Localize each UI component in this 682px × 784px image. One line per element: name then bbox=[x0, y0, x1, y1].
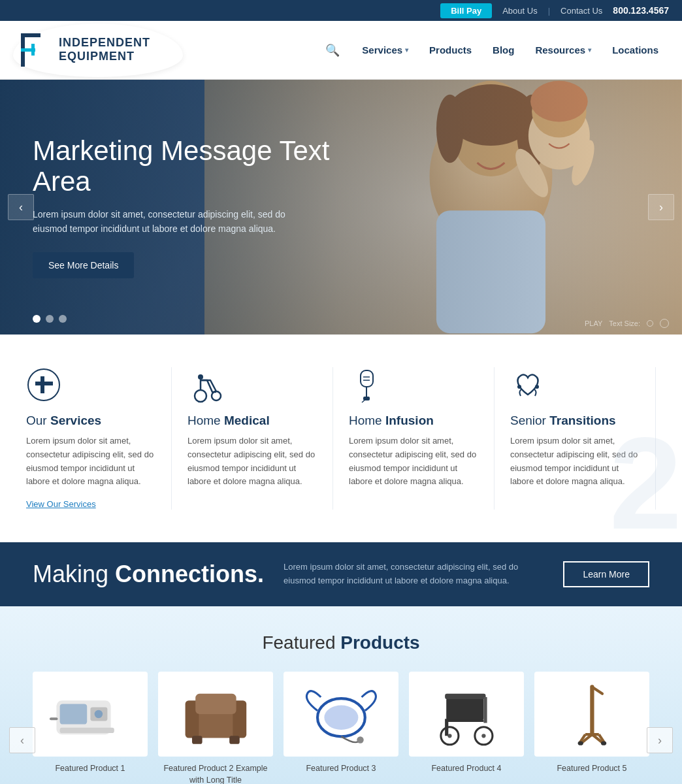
svg-rect-22 bbox=[361, 370, 373, 387]
service-title-3: Home Infusion bbox=[349, 414, 478, 428]
product-card-5: Featured Product 5 View Product bbox=[534, 672, 649, 784]
logo-line1: INDEPENDENT bbox=[59, 37, 150, 50]
products-next-arrow[interactable]: › bbox=[647, 727, 673, 753]
nav-services[interactable]: Services ▾ bbox=[351, 44, 419, 56]
logo-text: INDEPENDENT EQUIPMENT bbox=[59, 37, 150, 63]
text-size-large[interactable] bbox=[660, 319, 669, 328]
service-body-3: Lorem ipsum dolor sit amet, consectetur … bbox=[349, 434, 478, 489]
nav-products[interactable]: Products bbox=[419, 44, 482, 56]
connections-title: Making Connections. bbox=[33, 561, 264, 588]
svg-point-61 bbox=[577, 742, 583, 745]
products-row: Featured Product 1 View Product Featured… bbox=[33, 672, 649, 784]
svg-rect-40 bbox=[192, 736, 203, 743]
svg-point-19 bbox=[195, 390, 206, 402]
about-link[interactable]: About Us bbox=[502, 6, 537, 16]
svg-point-28 bbox=[517, 385, 521, 389]
service-title-1: Our Services bbox=[26, 414, 155, 428]
logo-line2: EQUIPMENT bbox=[59, 50, 150, 63]
nav-resources[interactable]: Resources ▾ bbox=[525, 44, 602, 56]
service-col-3: Home Infusion Lorem ipsum dolor sit amet… bbox=[333, 367, 495, 510]
connections-body: Lorem ipsum dolor sit amet, consectetur … bbox=[284, 561, 544, 588]
svg-rect-39 bbox=[195, 694, 236, 714]
logo[interactable]: INDEPENDENT EQUIPMENT bbox=[13, 24, 183, 77]
product-name-3: Featured Product 3 bbox=[306, 763, 376, 784]
hero-dot-3[interactable] bbox=[59, 315, 67, 323]
svg-point-62 bbox=[601, 742, 606, 745]
svg-point-43 bbox=[324, 706, 358, 730]
phone-number: 800.123.4567 bbox=[613, 5, 669, 16]
service-col-1: Our Services Lorem ipsum dolor sit amet,… bbox=[26, 367, 172, 510]
svg-point-21 bbox=[198, 374, 203, 380]
nav-locations[interactable]: Locations bbox=[602, 44, 669, 56]
product-name-5: Featured Product 5 bbox=[557, 763, 626, 784]
service-col-4: Senior Transitions Lorem ipsum dolor sit… bbox=[495, 367, 656, 510]
svg-rect-3 bbox=[31, 44, 35, 56]
hero-cta-button[interactable]: See More Details bbox=[33, 252, 134, 278]
product-name-2: Featured Product 2 Example with Long Tit… bbox=[158, 763, 273, 784]
svg-rect-45 bbox=[446, 697, 483, 721]
search-icon[interactable]: 🔍 bbox=[325, 43, 340, 57]
hero-dot-1[interactable] bbox=[33, 315, 41, 323]
svg-rect-46 bbox=[445, 694, 485, 699]
hero-title: Marketing Message Text Area bbox=[33, 136, 333, 196]
product-card-4: Featured Product 4 View Product bbox=[409, 672, 524, 784]
product-image-2 bbox=[158, 672, 273, 757]
product-image-3 bbox=[284, 672, 398, 757]
product-name-4: Featured Product 4 bbox=[431, 763, 501, 784]
hero-prev-arrow[interactable]: ‹ bbox=[8, 194, 34, 220]
svg-rect-1 bbox=[21, 33, 41, 37]
featured-products-section: Featured Products Featured Product 1 Vie bbox=[0, 606, 682, 784]
hero-dots bbox=[33, 315, 67, 323]
hero-footer: PLAY Text Size: bbox=[585, 319, 669, 328]
divider: | bbox=[548, 6, 550, 16]
svg-point-51 bbox=[447, 734, 451, 738]
hero-dot-2[interactable] bbox=[46, 315, 54, 323]
svg-point-52 bbox=[481, 734, 485, 738]
svg-rect-18 bbox=[35, 382, 53, 385]
service-body-4: Lorem ipsum dolor sit amet, consectetur … bbox=[510, 434, 640, 489]
connections-banner: Making Connections. Lorem ipsum dolor si… bbox=[0, 542, 682, 606]
transitions-icon bbox=[510, 367, 546, 403]
svg-point-44 bbox=[357, 737, 363, 743]
product-card-3: Featured Product 3 View Product bbox=[284, 672, 398, 784]
top-bar: Bill Pay About Us | Contact Us 800.123.4… bbox=[0, 0, 682, 21]
product-image-1 bbox=[33, 672, 148, 757]
product-card-2: Featured Product 2 Example with Long Tit… bbox=[158, 672, 273, 784]
text-size-small[interactable] bbox=[647, 320, 653, 327]
service-title-2: Home Medical bbox=[187, 414, 317, 428]
featured-title: Featured Products bbox=[20, 632, 662, 653]
service-title-4: Senior Transitions bbox=[510, 414, 640, 428]
services-caret: ▾ bbox=[405, 46, 408, 54]
svg-point-34 bbox=[94, 710, 102, 718]
svg-rect-41 bbox=[229, 736, 240, 743]
svg-rect-53 bbox=[483, 697, 487, 723]
contact-link[interactable]: Contact Us bbox=[560, 6, 602, 16]
service-link-1[interactable]: View Our Services bbox=[26, 499, 96, 509]
text-size-label: Text Size: bbox=[609, 319, 640, 327]
hero-content: Marketing Message Text Area Lorem ipsum … bbox=[0, 136, 366, 278]
svg-rect-35 bbox=[50, 717, 57, 720]
connections-learn-more-button[interactable]: Learn More bbox=[563, 561, 649, 587]
svg-point-29 bbox=[535, 385, 539, 389]
service-body-2: Lorem ipsum dolor sit amet, consectetur … bbox=[187, 434, 317, 489]
services-section: Our Services Lorem ipsum dolor sit amet,… bbox=[0, 335, 682, 542]
hero-section: Marketing Message Text Area Lorem ipsum … bbox=[0, 80, 682, 335]
main-nav: 🔍 Services ▾ Products Blog Resources ▾ L… bbox=[325, 43, 669, 57]
resources-caret: ▾ bbox=[588, 46, 591, 54]
product-image-5 bbox=[534, 672, 649, 757]
svg-rect-33 bbox=[59, 728, 114, 733]
medical-icon bbox=[187, 367, 223, 403]
services-icon bbox=[26, 367, 62, 403]
product-image-4 bbox=[409, 672, 524, 757]
header: INDEPENDENT EQUIPMENT 🔍 Services ▾ Produ… bbox=[0, 21, 682, 80]
logo-icon bbox=[20, 32, 52, 68]
infusion-icon bbox=[349, 367, 385, 403]
hero-next-arrow[interactable]: › bbox=[648, 194, 674, 220]
play-label[interactable]: PLAY bbox=[585, 319, 602, 327]
product-name-1: Featured Product 1 bbox=[55, 763, 125, 784]
bill-pay-button[interactable]: Bill Pay bbox=[440, 3, 492, 18]
nav-blog[interactable]: Blog bbox=[482, 44, 525, 56]
hero-body: Lorem ipsum dolor sit amet, consectetur … bbox=[33, 207, 320, 237]
product-card-1: Featured Product 1 View Product bbox=[33, 672, 148, 784]
products-prev-arrow[interactable]: ‹ bbox=[9, 727, 35, 753]
